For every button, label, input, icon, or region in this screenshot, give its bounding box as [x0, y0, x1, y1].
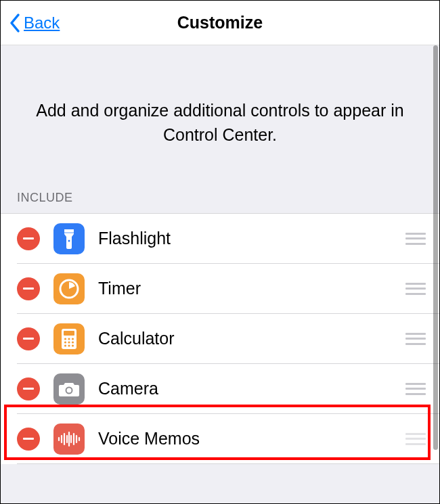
item-label: Flashlight — [98, 229, 405, 248]
list-item: Camera — [1, 364, 439, 414]
remove-button[interactable] — [17, 277, 40, 300]
chevron-left-icon — [9, 13, 21, 33]
svg-rect-4 — [64, 331, 74, 336]
svg-point-1 — [68, 239, 70, 242]
include-list: Flashlight Timer — [1, 213, 439, 464]
item-label: Voice Memos — [98, 429, 405, 449]
camera-icon — [53, 373, 85, 405]
description-text: Add and organize additional controls to … — [1, 45, 439, 185]
list-item: Timer — [1, 264, 439, 314]
timer-icon — [53, 273, 85, 304]
svg-point-12 — [68, 344, 70, 346]
back-button[interactable]: Back — [9, 13, 60, 33]
calculator-icon — [53, 323, 85, 354]
list-item: Calculator — [1, 314, 439, 364]
section-header-include: INCLUDE — [1, 185, 439, 213]
voice-memos-icon — [53, 423, 85, 455]
svg-point-7 — [72, 338, 74, 340]
svg-point-8 — [64, 341, 66, 343]
svg-point-6 — [68, 338, 70, 340]
drag-handle-icon[interactable] — [405, 333, 426, 345]
drag-handle-icon[interactable] — [405, 233, 426, 245]
item-label: Camera — [98, 379, 405, 398]
flashlight-icon — [53, 223, 85, 254]
item-label: Timer — [98, 279, 405, 298]
svg-point-13 — [72, 344, 74, 346]
page-title: Customize — [1, 13, 439, 32]
remove-button[interactable] — [17, 428, 40, 451]
navigation-bar: Back Customize — [1, 1, 439, 45]
back-label: Back — [24, 14, 60, 32]
remove-button[interactable] — [17, 377, 40, 400]
drag-handle-icon[interactable] — [405, 283, 426, 295]
scrollbar-indicator[interactable] — [433, 45, 438, 450]
svg-point-10 — [72, 341, 74, 343]
drag-handle-icon[interactable] — [405, 383, 426, 395]
drag-handle-icon[interactable] — [405, 433, 426, 445]
svg-point-11 — [64, 344, 66, 346]
remove-button[interactable] — [17, 327, 40, 350]
list-item: Flashlight — [1, 214, 439, 264]
svg-point-5 — [64, 338, 66, 340]
svg-rect-0 — [64, 232, 74, 233]
svg-point-9 — [68, 341, 70, 343]
remove-button[interactable] — [17, 227, 40, 250]
list-item: Voice Memos — [1, 414, 439, 464]
content-area: Add and organize additional controls to … — [1, 45, 439, 503]
svg-point-15 — [67, 388, 72, 392]
item-label: Calculator — [98, 329, 405, 348]
